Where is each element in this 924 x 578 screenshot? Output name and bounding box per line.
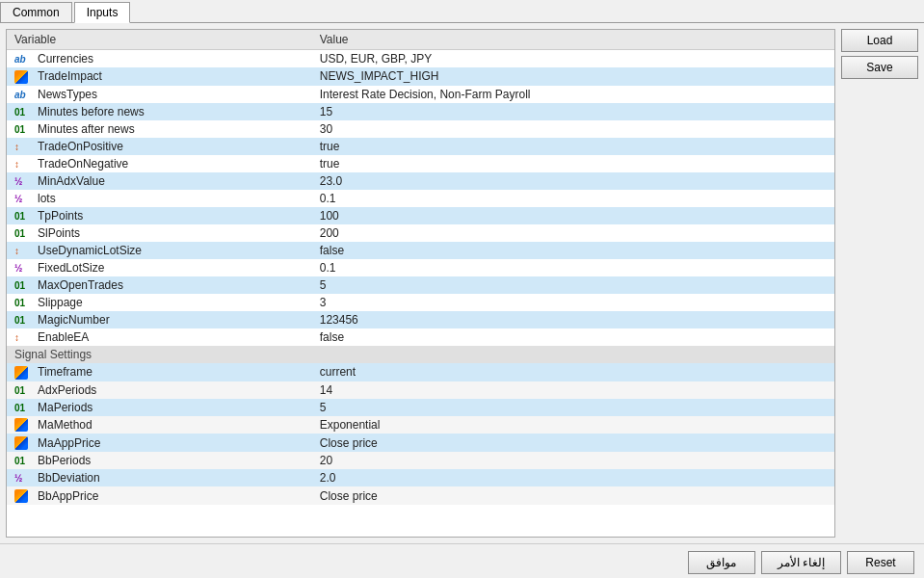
variable-cell: MaPeriods (30, 399, 312, 416)
variable-cell: MinAdxValue (30, 172, 312, 190)
col-variable-header: Variable (7, 30, 312, 50)
table-row[interactable]: Timeframecurrent (7, 363, 834, 381)
table-row[interactable]: MaAppPriceClose price (7, 434, 834, 452)
table-row[interactable]: 01SlPoints200 (7, 224, 834, 242)
table-row[interactable]: MaMethodExponential (7, 416, 834, 434)
type-icon-cell: ab (7, 50, 30, 68)
table-row[interactable]: 01Minutes before news15 (7, 103, 834, 120)
value-cell[interactable]: true (312, 155, 834, 172)
variable-cell: Slippage (30, 294, 312, 311)
value-cell[interactable]: false (312, 328, 834, 346)
value-cell[interactable]: true (312, 138, 834, 155)
save-button[interactable]: Save (841, 56, 918, 79)
table-row[interactable]: 01MagicNumber123456 (7, 311, 834, 328)
variable-cell: EnableEA (30, 328, 312, 346)
type-icon-cell: ½ (7, 259, 30, 276)
table-row[interactable]: TradeImpactNEWS_IMPACT_HIGH (7, 67, 834, 86)
variable-cell: Timeframe (30, 363, 312, 381)
variable-cell: MaxOpenTrades (30, 276, 312, 294)
type-icon-cell (7, 416, 30, 434)
type-icon-cell (7, 67, 30, 86)
ok-button[interactable]: موافق (688, 551, 755, 574)
value-cell[interactable]: 123456 (312, 311, 834, 328)
table-row[interactable]: ½BbDeviation2.0 (7, 469, 834, 486)
variable-cell: TradeOnPositive (30, 138, 312, 155)
table-row[interactable]: ↕TradeOnNegativetrue (7, 155, 834, 172)
value-cell[interactable]: Interest Rate Decision, Non-Farm Payroll (312, 86, 834, 103)
table-row[interactable]: abCurrenciesUSD, EUR, GBP, JPY (7, 50, 834, 68)
bottom-bar: موافق إلغاء الأمر Reset (0, 543, 924, 578)
tab-common[interactable]: Common (0, 2, 72, 22)
value-cell[interactable]: false (312, 242, 834, 259)
table-row[interactable]: 01BbPeriods20 (7, 452, 834, 469)
type-icon-cell: 01 (7, 276, 30, 294)
type-icon-cell: 01 (7, 120, 30, 138)
cancel-button[interactable]: إلغاء الأمر (761, 551, 841, 574)
table-row[interactable]: BbAppPriceClose price (7, 486, 834, 505)
table-row[interactable]: Signal Settings (7, 346, 834, 363)
variable-cell: BbPeriods (30, 452, 312, 469)
table-row[interactable]: ↕UseDynamicLotSizefalse (7, 242, 834, 259)
value-cell[interactable]: Close price (312, 434, 834, 452)
table-row[interactable]: 01MaxOpenTrades5 (7, 276, 834, 294)
table-row[interactable]: ↕EnableEAfalse (7, 328, 834, 346)
table-row[interactable]: ½lots0.1 (7, 190, 834, 207)
value-cell[interactable]: 100 (312, 207, 834, 224)
type-icon-cell: 01 (7, 381, 30, 399)
type-icon-cell: ↕ (7, 242, 30, 259)
table-row[interactable]: 01MaPeriods5 (7, 399, 834, 416)
type-icon-cell: ↕ (7, 155, 30, 172)
value-cell[interactable]: 14 (312, 381, 834, 399)
table-row[interactable]: 01Slippage3 (7, 294, 834, 311)
params-table-container: Variable Value abCurrenciesUSD, EUR, GBP… (6, 29, 835, 538)
variable-cell: TpPoints (30, 207, 312, 224)
table-row[interactable]: ½FixedLotSize0.1 (7, 259, 834, 276)
load-button[interactable]: Load (841, 29, 918, 52)
table-row[interactable]: abNewsTypesInterest Rate Decision, Non-F… (7, 86, 834, 103)
value-cell[interactable]: 20 (312, 452, 834, 469)
table-row[interactable]: 01AdxPeriods14 (7, 381, 834, 399)
value-cell[interactable]: 0.1 (312, 190, 834, 207)
variable-cell: MagicNumber (30, 311, 312, 328)
variable-cell: NewsTypes (30, 86, 312, 103)
value-cell[interactable]: NEWS_IMPACT_HIGH (312, 67, 834, 86)
variable-cell: TradeOnNegative (30, 155, 312, 172)
value-cell[interactable]: 3 (312, 294, 834, 311)
value-cell[interactable]: 0.1 (312, 259, 834, 276)
side-buttons: Load Save (841, 29, 918, 538)
value-cell[interactable]: Close price (312, 486, 834, 505)
variable-cell: MaMethod (30, 416, 312, 434)
col-value-header: Value (312, 30, 834, 50)
value-cell[interactable]: Exponential (312, 416, 834, 434)
variable-cell: BbAppPrice (30, 486, 312, 505)
type-icon-cell: ½ (7, 190, 30, 207)
type-icon-cell: 01 (7, 207, 30, 224)
value-cell[interactable]: 5 (312, 399, 834, 416)
type-icon-cell: ½ (7, 469, 30, 486)
value-cell[interactable]: 30 (312, 120, 834, 138)
type-icon-cell: ↕ (7, 138, 30, 155)
value-cell[interactable]: 5 (312, 276, 834, 294)
variable-cell: Currencies (30, 50, 312, 68)
table-row[interactable]: ↕TradeOnPositivetrue (7, 138, 834, 155)
type-icon-cell: 01 (7, 399, 30, 416)
value-cell[interactable]: current (312, 363, 834, 381)
reset-button[interactable]: Reset (847, 551, 914, 574)
table-row[interactable]: 01TpPoints100 (7, 207, 834, 224)
variable-cell: MaAppPrice (30, 434, 312, 452)
type-icon-cell: ↕ (7, 328, 30, 346)
main-content: Variable Value abCurrenciesUSD, EUR, GBP… (0, 23, 924, 543)
value-cell[interactable]: 2.0 (312, 469, 834, 486)
variable-cell: TradeImpact (30, 67, 312, 86)
tab-inputs[interactable]: Inputs (74, 2, 131, 23)
variable-cell: SlPoints (30, 224, 312, 242)
type-icon-cell: ab (7, 86, 30, 103)
value-cell[interactable]: 15 (312, 103, 834, 120)
type-icon-cell: 01 (7, 224, 30, 242)
table-row[interactable]: 01Minutes after news30 (7, 120, 834, 138)
value-cell[interactable]: 200 (312, 224, 834, 242)
value-cell[interactable]: 23.0 (312, 172, 834, 190)
value-cell[interactable]: USD, EUR, GBP, JPY (312, 50, 834, 68)
variable-cell: Minutes after news (30, 120, 312, 138)
table-row[interactable]: ½MinAdxValue23.0 (7, 172, 834, 190)
